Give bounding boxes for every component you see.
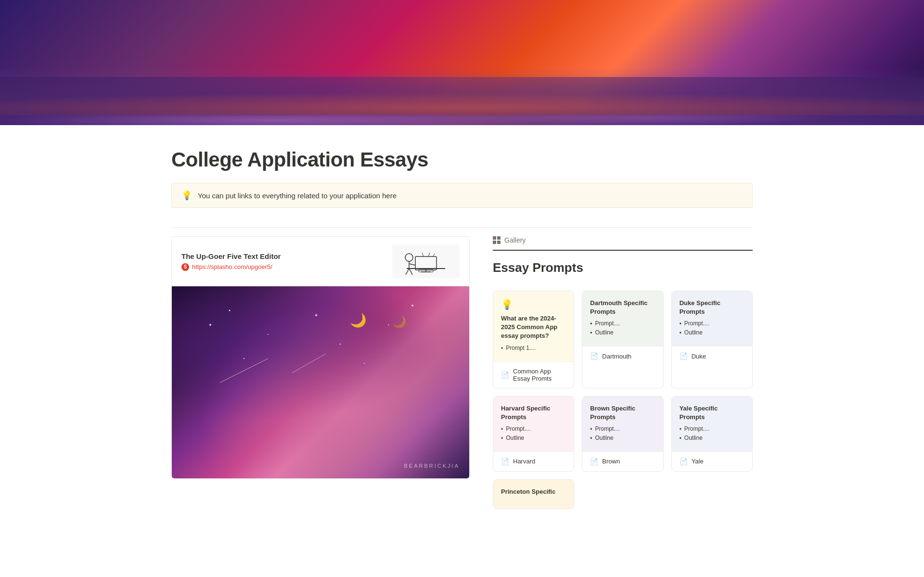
- brown-preview: Brown Specific Prompts Prompt.... Outlin…: [582, 397, 663, 451]
- essay-prompts-title: Essay Prompts: [493, 260, 753, 275]
- common-app-footer-icon: 📄: [501, 371, 509, 379]
- harvard-footer-name: Harvard: [513, 458, 535, 465]
- common-app-footer: 📄 Common App Essay Promts: [493, 361, 574, 388]
- image-face-overlay: 🌙: [172, 286, 469, 478]
- svg-point-16: [315, 314, 317, 316]
- svg-point-19: [411, 305, 413, 307]
- dartmouth-item-1: Prompt....: [590, 320, 655, 327]
- duke-footer-name: Duke: [692, 353, 706, 360]
- harvard-footer: 📄 Harvard: [493, 451, 574, 471]
- common-app-footer-name: Common App Essay Promts: [513, 368, 566, 382]
- cards-grid-row1: 💡 What are the 2024-2025 Common App essa…: [493, 291, 753, 388]
- svg-line-12: [433, 254, 435, 256]
- svg-point-5: [405, 254, 413, 261]
- svg-point-17: [340, 344, 341, 345]
- brown-card[interactable]: Brown Specific Prompts Prompt.... Outlin…: [582, 396, 663, 472]
- yale-item-1: Prompt....: [680, 425, 744, 433]
- dartmouth-footer-icon: 📄: [590, 352, 598, 360]
- image-watermark: BEARBRICKJIA: [404, 463, 460, 469]
- brown-footer-icon: 📄: [590, 458, 598, 465]
- link-card-url: S https://splasho.com/upgoer5/: [181, 263, 281, 271]
- svg-point-18: [388, 324, 389, 325]
- harvard-item-1: Prompt....: [501, 425, 566, 433]
- yale-footer-name: Yale: [692, 458, 704, 465]
- duke-item-1: Prompt....: [680, 320, 744, 327]
- yale-footer-icon: 📄: [680, 458, 688, 465]
- duke-preview-title: Duke Specific Prompts: [680, 299, 744, 316]
- partial-row: Princeton Specific: [493, 479, 753, 509]
- harvard-item-2: Outline: [501, 435, 566, 442]
- dartmouth-footer: 📄 Dartmouth: [582, 346, 663, 366]
- brown-footer-name: Brown: [602, 458, 620, 465]
- brown-item-1: Prompt....: [590, 425, 655, 433]
- common-app-card[interactable]: 💡 What are the 2024-2025 Common App essa…: [493, 291, 574, 388]
- dartmouth-card[interactable]: Dartmouth Specific Prompts Prompt.... Ou…: [582, 291, 663, 388]
- gallery-icon: [493, 236, 500, 244]
- harvard-footer-icon: 📄: [501, 458, 509, 465]
- stars-decoration: 🌙: [172, 286, 469, 478]
- svg-line-11: [428, 253, 430, 256]
- princeton-card[interactable]: Princeton Specific: [493, 479, 574, 509]
- dartmouth-item-2: Outline: [590, 329, 655, 336]
- gallery-grid-icon: [493, 236, 500, 244]
- svg-point-14: [229, 310, 231, 311]
- yale-card[interactable]: Yale Specific Prompts Prompt.... Outline…: [671, 396, 753, 472]
- hero-banner: [0, 0, 924, 125]
- link-card-title: The Up-Goer Five Text Editor: [181, 252, 281, 260]
- link-card[interactable]: The Up-Goer Five Text Editor S https://s…: [171, 236, 470, 286]
- harvard-preview: Harvard Specific Prompts Prompt.... Outl…: [493, 397, 574, 451]
- duke-preview: Duke Specific Prompts Prompt.... Outline: [672, 291, 752, 346]
- duke-card[interactable]: Duke Specific Prompts Prompt.... Outline…: [671, 291, 753, 388]
- duke-item-2: Outline: [680, 329, 744, 336]
- yale-preview: Yale Specific Prompts Prompt.... Outline: [672, 397, 752, 451]
- svg-line-9: [409, 269, 412, 275]
- svg-rect-3: [415, 256, 436, 270]
- callout-box: 💡 You can put links to everything relate…: [171, 183, 753, 208]
- callout-icon: 💡: [181, 190, 192, 201]
- svg-point-20: [244, 358, 245, 359]
- link-card-info: The Up-Goer Five Text Editor S https://s…: [181, 252, 281, 271]
- svg-line-8: [406, 269, 409, 275]
- dartmouth-preview-title: Dartmouth Specific Prompts: [590, 299, 655, 316]
- page-title: College Application Essays: [171, 148, 753, 171]
- image-card[interactable]: 🌙 BEARBRICKJIA: [171, 286, 470, 479]
- svg-point-21: [364, 363, 365, 364]
- link-card-sketch: [392, 244, 460, 278]
- dartmouth-footer-name: Dartmouth: [602, 353, 631, 360]
- yale-footer: 📄 Yale: [672, 451, 752, 471]
- sketch-illustration: [397, 247, 455, 276]
- princeton-preview-title: Princeton Specific: [501, 487, 566, 496]
- common-app-preview-icon: 💡: [501, 299, 566, 310]
- common-app-preview: 💡 What are the 2024-2025 Common App essa…: [493, 291, 574, 361]
- common-app-item-1: Prompt 1....: [501, 345, 566, 352]
- cards-grid-row2: Harvard Specific Prompts Prompt.... Outl…: [493, 396, 753, 472]
- harvard-card[interactable]: Harvard Specific Prompts Prompt.... Outl…: [493, 396, 574, 472]
- main-layout: The Up-Goer Five Text Editor S https://s…: [171, 236, 753, 509]
- brown-footer: 📄 Brown: [582, 451, 663, 471]
- left-column: The Up-Goer Five Text Editor S https://s…: [171, 236, 470, 479]
- section-divider: [171, 227, 753, 228]
- svg-line-23: [220, 359, 268, 383]
- gallery-header: Gallery: [493, 236, 753, 251]
- brown-preview-title: Brown Specific Prompts: [590, 404, 655, 422]
- page-content: College Application Essays 💡 You can put…: [125, 125, 799, 532]
- princeton-preview: Princeton Specific: [493, 480, 574, 509]
- svg-line-7: [409, 264, 415, 265]
- wave-overlay: [0, 77, 924, 125]
- harvard-preview-title: Harvard Specific Prompts: [501, 404, 566, 422]
- svg-text:🌙: 🌙: [350, 312, 367, 328]
- svg-line-10: [422, 253, 424, 256]
- callout-text: You can put links to everything related …: [198, 192, 397, 200]
- svg-point-13: [209, 324, 211, 326]
- svg-point-15: [268, 334, 269, 335]
- duke-footer: 📄 Duke: [672, 346, 752, 366]
- yale-preview-title: Yale Specific Prompts: [680, 404, 744, 422]
- brown-item-2: Outline: [590, 435, 655, 442]
- dartmouth-preview: Dartmouth Specific Prompts Prompt.... Ou…: [582, 291, 663, 346]
- gallery-label[interactable]: Gallery: [504, 236, 526, 244]
- svg-line-24: [292, 354, 326, 373]
- link-card-url-text: https://splasho.com/upgoer5/: [192, 263, 272, 270]
- splasho-icon: S: [181, 263, 189, 271]
- duke-footer-icon: 📄: [680, 352, 688, 360]
- common-app-preview-title: What are the 2024-2025 Common App essay …: [501, 314, 566, 341]
